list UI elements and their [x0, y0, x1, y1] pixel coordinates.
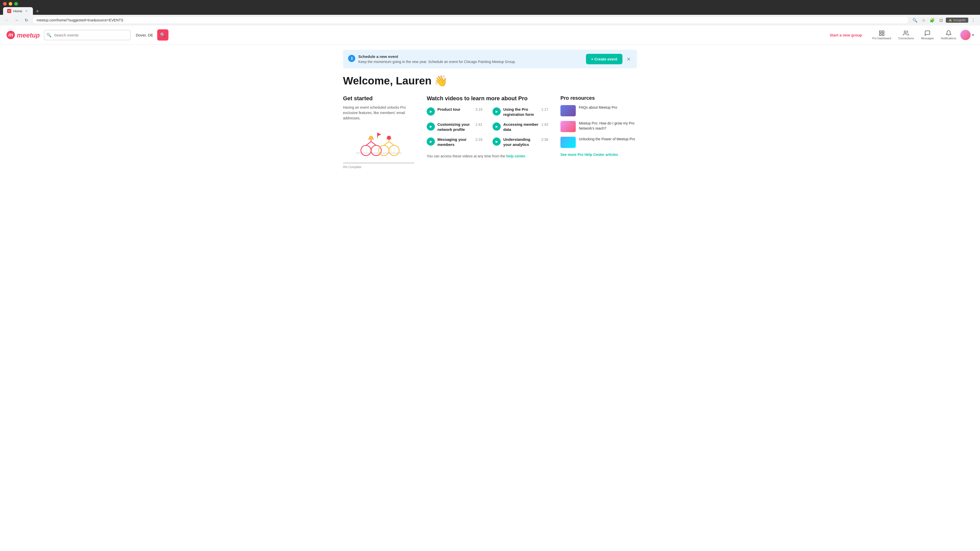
- video-item[interactable]: ▶ Understanding your analytics 2:36: [493, 137, 548, 147]
- video-duration-4: 2:18: [476, 137, 482, 141]
- progress-bar-container: [343, 162, 414, 164]
- svg-point-7: [904, 31, 906, 33]
- pro-dashboard-nav-item[interactable]: Pro Dashboard: [869, 29, 894, 41]
- avatar-dropdown-button[interactable]: ▾: [972, 33, 974, 37]
- search-icon: 🔍: [46, 33, 52, 38]
- messages-label: Messages: [921, 37, 934, 40]
- incognito-label: Incognito: [953, 18, 966, 22]
- play-button-3[interactable]: ▶: [493, 122, 501, 130]
- svg-text:meetup: meetup: [17, 32, 40, 38]
- maximize-window-button[interactable]: [14, 2, 18, 6]
- video-item[interactable]: ▶ Messaging your members 2:18: [427, 137, 482, 147]
- svg-line-12: [371, 141, 376, 145]
- svg-line-11: [366, 141, 371, 145]
- profile-button[interactable]: ⊡: [937, 16, 945, 24]
- resource-item[interactable]: Unlocking the Power of Meetup Pro: [560, 137, 637, 148]
- svg-line-18: [384, 141, 389, 145]
- welcome-heading: Welcome, Lauren 👋: [343, 75, 637, 87]
- svg-rect-4: [882, 31, 884, 33]
- video-duration-5: 2:36: [541, 137, 548, 141]
- video-duration-1: 1:17: [541, 107, 548, 111]
- help-center-link[interactable]: help center: [506, 154, 525, 158]
- extensions-button[interactable]: 🧩: [928, 16, 936, 24]
- video-info-2: Customizing your network profile: [438, 122, 473, 132]
- more-options-button[interactable]: ⋮: [969, 16, 977, 24]
- play-button-5[interactable]: ▶: [493, 138, 501, 146]
- tab-title: Home: [13, 9, 22, 13]
- reload-button[interactable]: ↻: [22, 16, 30, 24]
- play-button-2[interactable]: ▶: [427, 122, 435, 130]
- video-item[interactable]: ▶ Using the Pro registration form 1:17: [493, 107, 548, 117]
- schedule-banner: ℹ Schedule a new event Keep the momentum…: [343, 50, 637, 68]
- svg-text:m: m: [8, 32, 13, 38]
- banner-title: Schedule a new event: [358, 54, 516, 59]
- browser-chrome: m Home ✕ +: [0, 0, 980, 15]
- svg-point-22: [387, 136, 391, 140]
- video-title-1: Using the Pro registration form: [503, 107, 539, 117]
- see-more-pro-help-link[interactable]: See more Pro Help Center articles: [560, 152, 637, 157]
- video-info-1: Using the Pro registration form: [503, 107, 539, 117]
- videos-grid: ▶ Product tour 3:19 ▶ Using the Pro regi…: [427, 107, 548, 147]
- back-button[interactable]: ←: [3, 16, 11, 24]
- create-event-button[interactable]: + Create event: [586, 54, 622, 64]
- incognito-badge: 🕵 Incognito: [946, 17, 968, 23]
- resource-thumbnail-1: [560, 121, 576, 132]
- banner-close-button[interactable]: ✕: [625, 55, 632, 63]
- video-title-5: Understanding your analytics: [503, 137, 539, 147]
- video-duration-2: 1:41: [476, 122, 482, 127]
- help-text-prefix: You can access these videos at any time …: [427, 154, 506, 158]
- three-column-layout: Get started Having an event scheduled un…: [343, 95, 637, 169]
- meetup-logo[interactable]: m meetup: [6, 30, 40, 40]
- play-button-1[interactable]: ▶: [493, 107, 501, 116]
- video-info-5: Understanding your analytics: [503, 137, 539, 147]
- play-button-4[interactable]: ▶: [427, 138, 435, 146]
- video-title-4: Messaging your members: [438, 137, 473, 147]
- get-started-description: Having an event scheduled unlocks Pro ex…: [343, 105, 414, 121]
- resource-item[interactable]: Meetup Pro: How do I grow my Pro Network…: [560, 121, 637, 132]
- banner-description: Keep the momentum going in the new year.…: [358, 60, 516, 64]
- notifications-label: Notifications: [941, 37, 956, 40]
- close-window-button[interactable]: [3, 2, 6, 6]
- browser-address-bar-row: ← → ↻ meetup.com/home/?suggested=true&so…: [0, 15, 980, 25]
- svg-marker-24: [377, 133, 381, 136]
- video-duration-3: 1:43: [541, 122, 548, 127]
- search-icon-button[interactable]: 🔍: [911, 16, 919, 24]
- welcome-text: Welcome, Lauren: [343, 75, 431, 87]
- svg-point-9: [361, 145, 371, 156]
- video-title-3: Accessing member data: [503, 122, 539, 132]
- main-content: ℹ Schedule a new event Keep the momentum…: [337, 50, 643, 169]
- address-bar[interactable]: meetup.com/home/?suggested=true&source=E…: [32, 16, 909, 24]
- svg-point-17: [389, 145, 399, 156]
- minimize-window-button[interactable]: [9, 2, 12, 6]
- search-submit-button[interactable]: 🔍: [157, 29, 169, 41]
- url-text: meetup.com/home/?suggested=true&source=E…: [37, 18, 123, 22]
- progress-label: 0% Complete: [343, 165, 414, 169]
- connections-nav-item[interactable]: Connections: [895, 29, 917, 41]
- resource-item[interactable]: FAQs about Meetup Pro: [560, 105, 637, 116]
- start-new-group-button[interactable]: Start a new group: [827, 31, 865, 39]
- play-button-0[interactable]: ▶: [427, 107, 435, 116]
- user-avatar[interactable]: [960, 30, 970, 40]
- notifications-nav-item[interactable]: Notifications: [938, 29, 959, 41]
- bicycle-illustration: [353, 125, 404, 158]
- forward-button[interactable]: →: [13, 16, 21, 24]
- get-started-section: Get started Having an event scheduled un…: [343, 95, 414, 169]
- meetup-app: m meetup 🔍 Dover, DE 🔍 Start a new group: [0, 25, 980, 169]
- search-input[interactable]: [44, 30, 130, 40]
- resource-title-0: FAQs about Meetup Pro: [579, 105, 617, 110]
- messages-nav-item[interactable]: Messages: [918, 29, 937, 41]
- nav-icons: Pro Dashboard Connections Messages: [869, 29, 974, 41]
- location-display[interactable]: Dover, DE: [136, 33, 153, 37]
- connections-label: Connections: [898, 37, 914, 40]
- bookmark-button[interactable]: ☆: [920, 16, 928, 24]
- resource-title-1: Meetup Pro: How do I grow my Pro Network…: [579, 121, 637, 131]
- new-tab-button[interactable]: +: [34, 8, 41, 15]
- active-tab[interactable]: m Home ✕: [3, 7, 33, 15]
- get-started-title: Get started: [343, 95, 414, 102]
- video-item[interactable]: ▶ Customizing your network profile 1:41: [427, 122, 482, 132]
- messages-icon: [924, 30, 931, 36]
- meetup-logo-svg: m: [6, 30, 15, 40]
- video-item[interactable]: ▶ Accessing member data 1:43: [493, 122, 548, 132]
- tab-close-button[interactable]: ✕: [24, 9, 29, 13]
- video-item[interactable]: ▶ Product tour 3:19: [427, 107, 482, 117]
